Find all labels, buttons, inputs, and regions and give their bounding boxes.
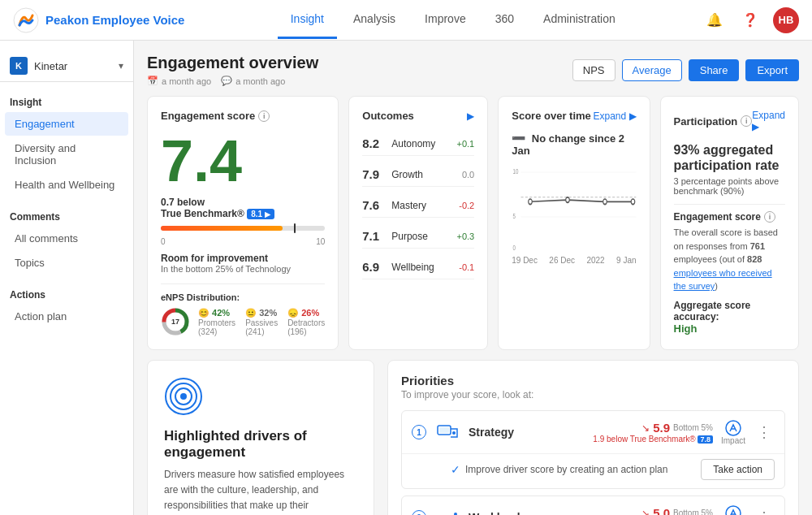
- meta-date: a month ago: [162, 76, 211, 86]
- sidebar: K Kinetar ▾ Insight Engagement Diversity…: [0, 41, 134, 515]
- score-bar-labels: 0 10: [161, 237, 325, 246]
- participation-rate: 93% aggregated participation rate: [674, 142, 785, 173]
- participation-info-icon[interactable]: i: [741, 115, 752, 127]
- benchmark-arrow-icon: ▶: [265, 210, 270, 219]
- sidebar-item-all-comments[interactable]: All comments: [5, 227, 128, 250]
- cards-row: Engagement score i 7.4 0.7 below True Be…: [147, 96, 799, 350]
- eng-score-info-icon[interactable]: i: [764, 211, 775, 223]
- sidebar-section-actions: Actions: [0, 281, 133, 304]
- take-action-button-strategy[interactable]: Take action: [701, 459, 775, 480]
- sidebar-item-topics[interactable]: Topics: [5, 251, 128, 275]
- sidebar-item-health[interactable]: Health and Wellbeing: [5, 173, 128, 197]
- engagement-info-icon[interactable]: i: [258, 110, 270, 122]
- logo[interactable]: Peakon Employee Voice: [13, 7, 184, 33]
- enps-stats: 😊 42% Promoters (324) 😐 32% Passives (24…: [198, 308, 325, 336]
- survey-link[interactable]: employees who received the survey: [674, 268, 772, 292]
- engagement-score-section: Engagement score i The overall score is …: [674, 204, 785, 293]
- accuracy-label: Aggregate score accuracy:: [674, 300, 785, 322]
- sidebar-item-engagement[interactable]: Engagement: [5, 112, 128, 136]
- engagement-score-header: Engagement score i: [161, 110, 325, 122]
- highlighted-drivers-title: Highlighted drivers of engagement: [164, 428, 357, 461]
- engagement-score-title: Engagement score i: [161, 110, 270, 122]
- workload-percentile: Bottom 5%: [673, 509, 713, 515]
- benchmark-badge[interactable]: 8.1 ▶: [247, 209, 274, 219]
- accuracy-value: High: [674, 322, 785, 335]
- meta-comment: 💬 a month ago: [221, 76, 285, 86]
- workload-impact[interactable]: Impact: [721, 505, 745, 516]
- main-content: Engagement overview 📅 a month ago 💬 a mo…: [134, 41, 812, 515]
- priorities-title: Priorities: [401, 374, 785, 387]
- check-icon: ✓: [451, 463, 460, 476]
- highlighted-drivers-desc: Drivers measure how satisfied employees …: [164, 467, 357, 515]
- outcome-autonomy: 8.2 Autonomy +0.1: [362, 132, 474, 156]
- impact-2-icon: [725, 505, 741, 516]
- strategy-percentile: Bottom 5%: [673, 423, 713, 432]
- impact-label: Impact: [721, 436, 745, 445]
- priority-main-strategy: 1 Strategy ↘: [402, 411, 784, 453]
- enps-section: eNPS Distribution: 17: [161, 283, 325, 336]
- down-arrow-icon: ↘: [641, 422, 650, 434]
- share-button[interactable]: Share: [689, 59, 740, 81]
- participation-sub: 3 percentage points above benchmark (90%…: [674, 176, 785, 196]
- enps-promoters: 😊 42% Promoters (324): [198, 308, 235, 336]
- sidebar-item-action-plan[interactable]: Action plan: [5, 305, 128, 328]
- priority-name-workload: Workload: [469, 511, 585, 515]
- export-button[interactable]: Export: [745, 59, 799, 81]
- outcome-mastery: 7.6 Mastery -0.2: [362, 193, 474, 218]
- user-avatar[interactable]: HB: [773, 7, 799, 33]
- eng-score-label: Engagement score i: [674, 211, 785, 223]
- page-meta: 📅 a month ago 💬 a month ago: [147, 76, 318, 86]
- nps-button[interactable]: NPS: [572, 59, 615, 81]
- logo-icon: [13, 7, 39, 33]
- chart-label-4: 9 Jan: [616, 256, 636, 265]
- chart-labels: 19 Dec 26 Dec 2022 9 Jan: [512, 256, 636, 265]
- tab-insight[interactable]: Insight: [278, 1, 337, 39]
- tab-360[interactable]: 360: [482, 1, 527, 39]
- svg-point-14: [631, 199, 635, 205]
- chart-label-3: 2022: [586, 256, 604, 265]
- help-icon[interactable]: ❓: [737, 7, 763, 33]
- sidebar-item-diversity[interactable]: Diversity and Inclusion: [5, 136, 128, 172]
- svg-point-22: [726, 421, 741, 435]
- priority-sub-strategy: ✓ Improve driver score by creating an ac…: [402, 453, 784, 488]
- participation-title: Participation i: [674, 115, 753, 128]
- tab-administration[interactable]: Administration: [530, 1, 628, 39]
- score-time-expand[interactable]: Expand ▶: [594, 110, 637, 122]
- outcomes-card: Outcomes ▶ 8.2 Autonomy +0.1 7.9 Growth …: [348, 96, 488, 350]
- accuracy-section: Aggregate score accuracy: High: [674, 300, 785, 335]
- priority-name-strategy: Strategy: [469, 426, 585, 439]
- score-info: 0.7 below True Benchmark® 8.1 ▶ 0 10: [161, 197, 325, 274]
- nav-right: 🔔 ❓ HB: [702, 7, 799, 33]
- strategy-score: 5.9: [653, 421, 670, 435]
- org-selector[interactable]: K Kinetar ▾: [0, 50, 133, 82]
- workload-more-icon[interactable]: ⋮: [754, 509, 775, 515]
- sidebar-section-insight: Insight: [0, 89, 133, 111]
- tab-improve[interactable]: Improve: [412, 1, 479, 39]
- org-name: Kinetar: [34, 60, 112, 72]
- notification-icon[interactable]: 🔔: [702, 7, 728, 33]
- participation-expand[interactable]: Expand ▶: [752, 110, 785, 132]
- strategy-action-text: ✓ Improve driver score by creating an ac…: [451, 463, 667, 476]
- priority-item-strategy: 1 Strategy ↘: [401, 410, 785, 489]
- comment-icon: 💬: [221, 76, 232, 86]
- app-title: Peakon Employee Voice: [45, 13, 184, 27]
- below-benchmark-text: 0.7 below True Benchmark® 8.1 ▶: [161, 197, 325, 219]
- score-bar: [161, 226, 325, 231]
- score-bar-marker: [294, 223, 296, 233]
- strategy-benchmark: 1.9 below True Benchmark® 7.8: [593, 435, 713, 444]
- average-button[interactable]: Average: [622, 59, 682, 81]
- target-svg: [164, 377, 203, 416]
- participation-card: Participation i Expand ▶ 93% aggregated …: [660, 96, 799, 350]
- top-nav: Peakon Employee Voice Insight Analysis I…: [0, 0, 812, 41]
- strategy-more-icon[interactable]: ⋮: [754, 423, 775, 441]
- meta-comment-date: a month ago: [235, 76, 285, 86]
- calendar-icon: 📅: [147, 76, 158, 86]
- tab-analysis[interactable]: Analysis: [340, 1, 408, 39]
- strategy-impact[interactable]: Impact: [721, 420, 745, 445]
- outcomes-expand[interactable]: ▶: [467, 110, 474, 122]
- svg-point-12: [566, 197, 570, 203]
- page-title: Engagement overview: [147, 54, 318, 72]
- down-arrow-2-icon: ↘: [641, 508, 650, 516]
- bottom-section: Highlighted drivers of engagement Driver…: [147, 360, 799, 515]
- chart-label-1: 19 Dec: [512, 256, 538, 265]
